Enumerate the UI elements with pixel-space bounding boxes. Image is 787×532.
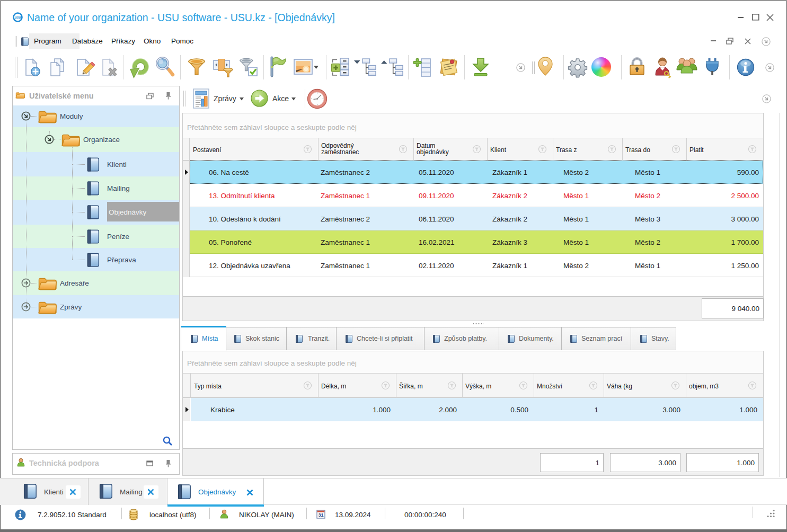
svg-text:usu: usu (15, 15, 21, 19)
svg-text:31: 31 (318, 512, 323, 518)
